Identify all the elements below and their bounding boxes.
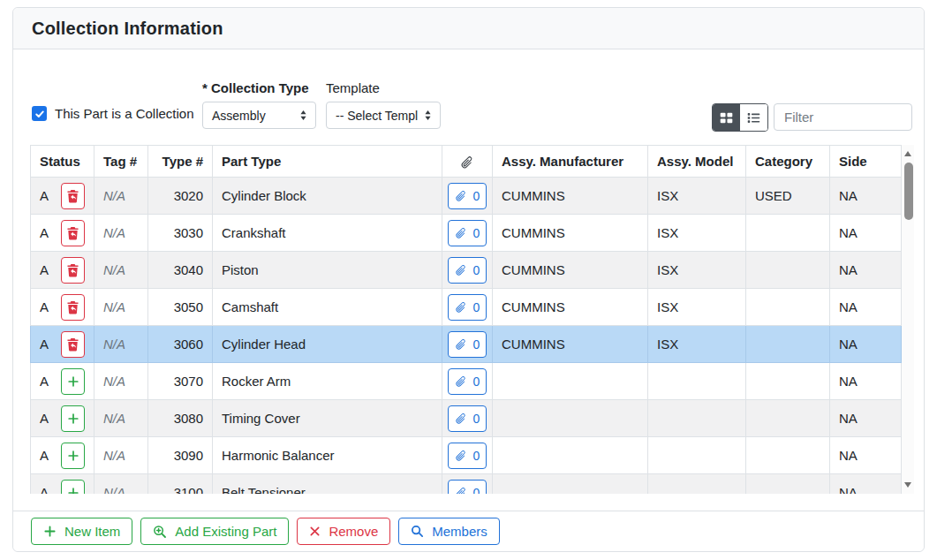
type-number: 3090 <box>148 437 213 474</box>
attachments-count: 0 <box>473 486 480 495</box>
tag-value: N/A <box>103 485 125 494</box>
col-header-attachments <box>442 146 493 178</box>
side-value: NA <box>830 474 902 495</box>
assy-model: ISX <box>648 215 746 252</box>
table-body: A N/A 3020 Cylinder Block 0 CUMMINS ISX … <box>31 178 902 495</box>
paperclip-icon <box>460 155 474 170</box>
trash-restore-icon <box>66 263 79 277</box>
table-row[interactable]: A N/A 3070 Rocker Arm 0 NA <box>31 363 902 400</box>
remove-button[interactable]: Remove <box>297 518 390 545</box>
attachments-count: 0 <box>473 263 480 277</box>
trash-restore-icon <box>66 337 79 352</box>
collection-type-select[interactable]: Assembly <box>202 102 316 129</box>
table-row[interactable]: A N/A 3100 Belt Tensioner 0 NA <box>31 474 902 495</box>
add-row-button[interactable] <box>61 405 85 432</box>
category-value <box>746 326 830 363</box>
table-row[interactable]: A N/A 3060 Cylinder Head 0 CUMMINS ISX N… <box>31 326 902 363</box>
add-row-button[interactable] <box>61 480 85 495</box>
part-type: Harmonic Balancer <box>213 437 442 474</box>
grid-view-button[interactable] <box>713 104 740 131</box>
side-value: NA <box>830 437 902 474</box>
plus-icon <box>66 412 80 426</box>
paperclip-icon <box>455 338 467 351</box>
attachments-button[interactable]: 0 <box>448 331 487 358</box>
list-view-button[interactable] <box>740 104 767 131</box>
scroll-up-arrow-icon[interactable] <box>904 151 911 156</box>
scroll-down-arrow-icon[interactable] <box>904 482 911 488</box>
is-collection-label: This Part is a Collection <box>55 106 194 121</box>
new-item-button[interactable]: New Item <box>31 518 132 545</box>
attachments-button[interactable]: 0 <box>448 405 487 432</box>
trash-restore-button[interactable] <box>61 220 85 246</box>
category-value <box>746 252 830 289</box>
is-collection-checkbox[interactable] <box>32 106 47 121</box>
attachments-count: 0 <box>473 375 480 389</box>
table-row[interactable]: A N/A 3020 Cylinder Block 0 CUMMINS ISX … <box>31 178 902 215</box>
plus-icon <box>66 449 80 463</box>
part-type: Crankshaft <box>213 215 442 252</box>
template-label: Template <box>326 80 441 95</box>
trash-restore-button[interactable] <box>61 294 85 321</box>
is-collection-checkbox-row[interactable]: This Part is a Collection <box>32 106 194 121</box>
attachments-count: 0 <box>473 337 480 352</box>
part-type: Timing Cover <box>213 400 442 437</box>
table-scrollbar[interactable] <box>902 145 914 494</box>
table-row[interactable]: A N/A 3080 Timing Cover 0 NA <box>31 400 902 437</box>
assy-manufacturer <box>493 474 648 495</box>
attachments-button[interactable]: 0 <box>448 480 487 495</box>
trash-restore-button[interactable] <box>61 257 85 284</box>
assy-manufacturer: CUMMINS <box>493 326 648 363</box>
trash-restore-button[interactable] <box>61 183 85 209</box>
attachments-button[interactable]: 0 <box>448 257 487 284</box>
parts-table-container: Status Tag # Type # Part Type Assy. Manu… <box>30 145 914 494</box>
tag-value: N/A <box>103 262 125 277</box>
assy-model: ISX <box>648 289 746 326</box>
collection-type-field: * Collection Type Assembly <box>202 80 316 129</box>
add-row-button[interactable] <box>61 368 85 395</box>
assy-model <box>648 400 746 437</box>
paperclip-icon <box>455 450 467 462</box>
table-grid-icon <box>719 110 734 125</box>
col-header-status: Status <box>31 146 94 178</box>
col-header-tag: Tag # <box>94 146 148 178</box>
x-icon <box>309 526 321 537</box>
type-number: 3020 <box>148 178 213 215</box>
trash-restore-button[interactable] <box>61 331 85 358</box>
side-value: NA <box>830 326 902 363</box>
table-row[interactable]: A N/A 3030 Crankshaft 0 CUMMINS ISX NA <box>31 215 902 252</box>
attachments-button[interactable]: 0 <box>448 368 487 395</box>
part-type: Camshaft <box>213 289 442 326</box>
template-select[interactable]: -- Select Templ <box>326 102 441 129</box>
template-value: -- Select Templ <box>336 109 418 123</box>
attachments-button[interactable]: 0 <box>448 294 487 321</box>
view-toggle-group <box>712 103 768 132</box>
category-value <box>746 400 830 437</box>
add-row-button[interactable] <box>61 443 85 469</box>
part-type: Cylinder Block <box>213 178 442 215</box>
attachments-count: 0 <box>473 300 480 314</box>
table-row[interactable]: A N/A 3040 Piston 0 CUMMINS ISX NA <box>31 252 902 289</box>
assy-manufacturer: CUMMINS <box>493 178 648 215</box>
assy-model <box>648 474 746 495</box>
col-header-category: Category <box>746 146 830 178</box>
status-value: A <box>40 448 49 463</box>
col-header-manufacturer: Assy. Manufacturer <box>493 146 648 178</box>
filter-input[interactable] <box>774 103 912 131</box>
status-value: A <box>40 337 49 352</box>
members-button[interactable]: Members <box>398 518 500 545</box>
attachments-button[interactable]: 0 <box>448 183 487 209</box>
side-value: NA <box>830 400 902 437</box>
attachments-button[interactable]: 0 <box>448 443 487 469</box>
col-header-model: Assy. Model <box>648 146 746 178</box>
status-value: A <box>40 262 49 277</box>
template-field: Template -- Select Templ <box>326 80 441 129</box>
scrollbar-thumb[interactable] <box>904 163 913 220</box>
table-row[interactable]: A N/A 3090 Harmonic Balancer 0 NA <box>31 437 902 474</box>
table-row[interactable]: A N/A 3050 Camshaft 0 CUMMINS ISX NA <box>31 289 902 326</box>
assy-manufacturer: CUMMINS <box>493 215 648 252</box>
attachments-button[interactable]: 0 <box>448 220 487 246</box>
add-existing-part-button[interactable]: Add Existing Part <box>140 518 289 545</box>
paperclip-icon <box>455 227 467 239</box>
col-header-type: Type # <box>148 146 213 178</box>
remove-label: Remove <box>329 524 378 539</box>
